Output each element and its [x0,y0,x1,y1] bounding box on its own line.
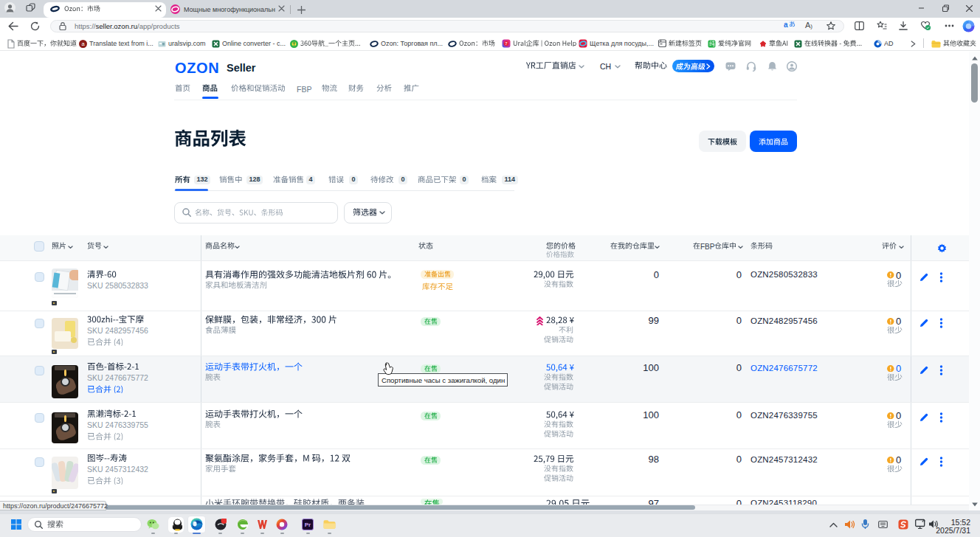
svg-text:Pr: Pr [305,522,311,528]
